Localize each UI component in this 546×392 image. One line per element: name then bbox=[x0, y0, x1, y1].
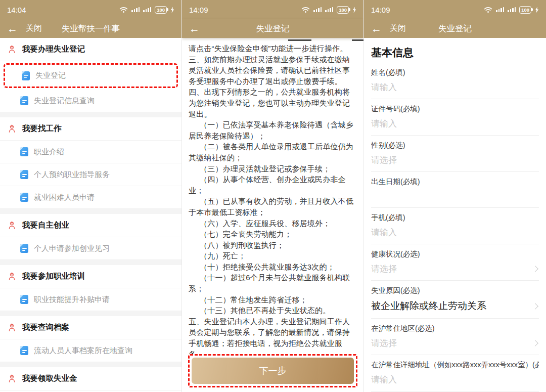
menu-item-label: 失业登记信息查询 bbox=[34, 96, 95, 106]
section-items: 个人申请参加创业见习 bbox=[0, 237, 181, 260]
close-button[interactable]: 关闭 bbox=[390, 23, 406, 34]
field-value-row[interactable]: 请输入 bbox=[371, 77, 539, 99]
menu-item[interactable]: 失业登记信息查询 bbox=[0, 90, 181, 112]
section-header: 我要领取失业金 bbox=[0, 367, 181, 390]
section-title: 我要领取失业金 bbox=[22, 373, 77, 384]
notice-paragraph: （十）拒绝接受公共就业服务达3次的； bbox=[189, 262, 357, 273]
wifi-icon bbox=[119, 7, 128, 13]
section-items: 失业登记 失业登记信息查询 bbox=[0, 63, 181, 112]
person-icon bbox=[7, 45, 17, 54]
status-icons: 100 bbox=[484, 6, 539, 14]
field-value: 请输入 bbox=[371, 118, 397, 129]
field-value-row[interactable]: 请输入 bbox=[371, 223, 539, 244]
section-items: 职业技能提升补贴申请 bbox=[0, 288, 181, 311]
service-menu-list[interactable]: 我要办理失业登记 失业登记 失业登记信息查询 我要找工作 职业介绍 个人预约职业… bbox=[0, 38, 181, 392]
notice-scroll-area[interactable]: 请点击“失业保险金申领”功能进一步进行操作。三、如您前期办理过灵活就业参保手续或… bbox=[182, 42, 363, 354]
field-label: 在沪常住地区(必选) bbox=[371, 324, 539, 333]
person-icon bbox=[7, 272, 17, 281]
status-bar: 14:04 100 bbox=[0, 0, 181, 19]
form-field: 姓名(必填) 请输入 bbox=[364, 63, 546, 99]
form-fields-list: 姓名(必填) 请输入 证件号码(必填) 请输入 性别(必选) 请选择 出生日期(… bbox=[364, 63, 546, 392]
wifi-icon bbox=[484, 7, 492, 13]
charging-bolt-icon bbox=[535, 7, 539, 13]
field-value-row[interactable]: 请选择 bbox=[371, 259, 539, 281]
signal-icon bbox=[496, 7, 504, 12]
highlight-dashed-box: 下一步 bbox=[188, 354, 357, 387]
menu-section: 我要办理失业登记 失业登记 失业登记信息查询 bbox=[0, 38, 181, 112]
nav-bar: 失业登记 ← 关闭 bbox=[364, 19, 546, 38]
form-field: 健康状况(必选) 请选择 bbox=[364, 244, 546, 281]
menu-item[interactable]: 流动人员人事档案所在地查询 bbox=[0, 339, 181, 362]
basic-info-form[interactable]: 基本信息 姓名(必填) 请输入 证件号码(必填) 请输入 性别(必选) 请选择 … bbox=[364, 38, 546, 392]
section-separator bbox=[0, 260, 181, 265]
field-value: 请选择 bbox=[371, 263, 397, 275]
person-icon bbox=[7, 323, 17, 332]
screenshot-canvas: 14:04 100 失业帮扶一件事 ← 关闭 我要办理失业登记 bbox=[0, 0, 546, 392]
document-icon bbox=[20, 193, 28, 202]
section-header: 我要查询档案 bbox=[0, 316, 181, 339]
back-arrow-icon[interactable]: ← bbox=[7, 23, 18, 34]
section-header: 我要找工作 bbox=[0, 117, 181, 141]
field-value-row[interactable]: 请输入 bbox=[371, 114, 539, 136]
field-value: 请输入 bbox=[371, 81, 397, 93]
notice-paragraph: （二）被各类用人单位录用或退工后单位仍为其缴纳社保的； bbox=[189, 141, 357, 163]
field-value: 被企业解除或终止劳动关系 bbox=[371, 299, 486, 313]
notice-paragraph: （十三）其他已不再处于失业状态的。 bbox=[189, 305, 357, 316]
document-icon bbox=[22, 71, 30, 80]
field-value-row[interactable]: 被企业解除或终止劳动关系 bbox=[371, 295, 539, 319]
section-header: 我要参加职业培训 bbox=[0, 265, 181, 288]
status-icon-slot: 100 bbox=[484, 6, 539, 14]
section-title: 我要办理失业登记 bbox=[22, 44, 85, 55]
menu-item[interactable]: 个人预约职业指导服务 bbox=[0, 163, 181, 186]
wifi-icon bbox=[301, 7, 310, 13]
status-icon-slot: 100 bbox=[119, 6, 174, 14]
section-items: 流动人员人事档案所在地查询 bbox=[0, 339, 181, 362]
menu-section: 我要自主创业 个人申请参加创业见习 bbox=[0, 214, 181, 260]
section-header: 我要办理失业登记 bbox=[0, 38, 181, 61]
next-step-button[interactable]: 下一步 bbox=[192, 358, 354, 384]
menu-item[interactable]: 个人申请参加创业见习 bbox=[0, 237, 181, 260]
document-icon bbox=[20, 170, 28, 179]
menu-item-label: 个人申请参加创业见习 bbox=[34, 244, 110, 253]
field-value: 请选择 bbox=[371, 337, 397, 349]
field-label: 失业原因(必选) bbox=[371, 286, 539, 295]
back-arrow-icon[interactable]: ← bbox=[189, 23, 200, 34]
notice-paragraph: （三）办理灵活就业登记或参保手续； bbox=[189, 163, 357, 175]
field-value-row[interactable] bbox=[371, 187, 539, 208]
menu-section: 我要参加职业培训 职业技能提升补贴申请 bbox=[0, 265, 181, 311]
menu-item[interactable]: 职业技能提升补贴申请 bbox=[0, 288, 181, 311]
menu-item[interactable]: 就业困难人员申请 bbox=[0, 186, 181, 209]
status-icon-slot: 100 bbox=[301, 6, 356, 14]
notice-paragraph: （五）已从事有收入的劳动，并且月收入不低于本市最低工资标准； bbox=[189, 196, 357, 217]
form-field: 出生日期(必填) bbox=[364, 172, 546, 208]
menu-item[interactable]: 职业介绍 bbox=[0, 141, 181, 163]
signal-icon bbox=[313, 7, 322, 12]
form-section-heading: 基本信息 bbox=[364, 38, 546, 63]
chevron-right-icon bbox=[532, 340, 538, 346]
battery-icon: 100 bbox=[337, 6, 349, 14]
status-bar: 14:09 100 bbox=[364, 0, 546, 19]
field-value-row[interactable]: 请选择 bbox=[371, 333, 539, 355]
signal-icon-2 bbox=[143, 7, 151, 12]
notice-body: 请点击“失业保险金申领”功能进一步进行操作。三、如您前期办理过灵活就业参保手续或… bbox=[182, 38, 363, 392]
phone-screen-menu: 14:04 100 失业帮扶一件事 ← 关闭 我要办理失业登记 bbox=[0, 0, 182, 392]
section-separator bbox=[0, 362, 181, 367]
clock: 14:09 bbox=[371, 6, 390, 14]
field-label: 姓名(必填) bbox=[371, 68, 539, 77]
menu-section: 我要领取失业金 bbox=[0, 367, 181, 390]
menu-item[interactable]: 失业登记 bbox=[4, 63, 178, 88]
battery-icon: 100 bbox=[155, 6, 167, 14]
section-title: 我要参加职业培训 bbox=[22, 271, 85, 282]
section-title: 我要找工作 bbox=[22, 123, 62, 134]
menu-item-label: 失业登记 bbox=[35, 71, 66, 80]
field-value-row[interactable]: 请输入 bbox=[371, 370, 539, 391]
back-arrow-icon[interactable]: ← bbox=[371, 23, 382, 34]
field-label: 健康状况(必选) bbox=[371, 249, 539, 259]
field-value-row[interactable]: 请选择 bbox=[371, 150, 539, 172]
next-button-zone: 下一步 bbox=[182, 354, 363, 392]
section-items: 职业介绍 个人预约职业指导服务 就业困难人员申请 bbox=[0, 141, 181, 209]
close-button[interactable]: 关闭 bbox=[26, 23, 42, 34]
form-field: 在沪常住地区(必选) 请选择 bbox=[364, 319, 546, 355]
section-title: 我要查询档案 bbox=[22, 322, 69, 333]
document-icon bbox=[20, 295, 28, 304]
